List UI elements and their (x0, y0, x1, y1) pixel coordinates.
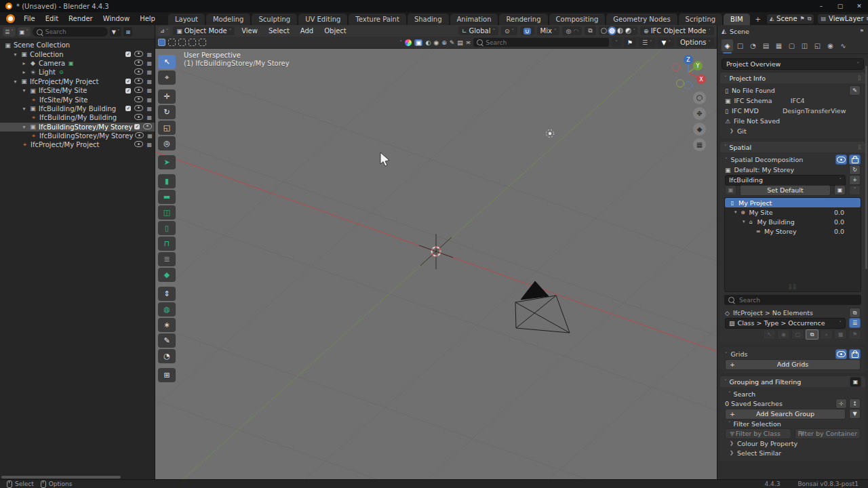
expand-icon[interactable]: ▾ (12, 52, 18, 58)
grouping-header[interactable]: ˅Grouping and Filtering ▣ (720, 376, 865, 387)
eye-button[interactable]: ◉ (777, 329, 790, 340)
door-tool[interactable]: ◫ (158, 205, 176, 220)
git-panel[interactable]: ❯Git (723, 126, 863, 136)
panel-selector-dropdown[interactable]: Project Overview˅ (722, 58, 864, 70)
grids-header[interactable]: ˅Grids (723, 349, 863, 359)
hide-eye-toggle[interactable] (134, 68, 143, 76)
outliner-row-ifcsite-collection[interactable]: ▾ ▣ IfcSite/My Site ✓▦ (0, 86, 155, 95)
collapse-icon[interactable]: ˅ (399, 40, 402, 45)
hide-button[interactable]: ▢ (791, 329, 804, 340)
spatial-row-project[interactable]: ▯ My Project (725, 198, 861, 207)
snap-toggle[interactable]: ∪ (520, 26, 534, 35)
solid-shading-icon[interactable] (609, 28, 615, 34)
stair-tool[interactable]: ≣ (158, 252, 176, 266)
copy-scene-icon[interactable]: ⧉ (808, 16, 812, 22)
refresh-button[interactable]: ↻ (849, 165, 861, 175)
zoom-button[interactable] (693, 92, 706, 104)
render-visibility-toggle[interactable]: ▦ (146, 97, 152, 103)
scale-tool[interactable]: ◱ (158, 121, 176, 135)
bookmark-button[interactable]: ⚑ (624, 38, 636, 47)
outliner-row-ifcproject-collection[interactable]: ▾ ▣ IfcProject/My Project ✓▦ (0, 77, 155, 86)
filter-by-container-button[interactable]: ▼Filter by Container (795, 428, 861, 439)
menu-render[interactable]: Render (64, 14, 98, 24)
project-info-header[interactable]: ˅Project Info⣿ (720, 73, 865, 83)
rendered-shading-icon[interactable] (625, 28, 631, 34)
tab-modeling[interactable]: Modeling (206, 14, 252, 25)
world-filter-icon[interactable]: ⊕ (441, 39, 447, 46)
light-tool[interactable]: ◍ (158, 302, 176, 317)
menu-help[interactable]: Help (135, 14, 160, 24)
measure-filter-icon[interactable]: ≍ (466, 39, 471, 46)
maximize-button[interactable]: ▢ (831, 0, 849, 12)
tab-world[interactable]: ▢ (786, 39, 797, 52)
spatial-row-storey[interactable]: ≡ My Storey 0.0 (725, 226, 861, 236)
rotate-tool[interactable]: ↻ (158, 105, 176, 119)
visibility-eye-button[interactable] (835, 349, 847, 359)
dimension-tool[interactable]: ⇕ (158, 287, 176, 301)
ortho-toggle-button[interactable]: ▦ (693, 138, 706, 151)
select-similar-panel[interactable]: ❯Select Similar (723, 448, 863, 458)
expand-icon[interactable]: ▾ (743, 219, 745, 224)
new-collection-button[interactable]: ⊞ (123, 27, 132, 37)
material-shading-icon[interactable] (617, 28, 623, 34)
outliner-row-ifcbuildingstorey-object[interactable]: ⌖ IfcBuildingStorey/My Storey ▦ (0, 131, 155, 140)
expand-icon[interactable]: ▾ (734, 209, 737, 215)
settings-button[interactable]: ⊹ (835, 399, 847, 409)
tab-view-layer[interactable]: ▤ (760, 39, 772, 52)
pin-icon[interactable]: ⚑ (860, 28, 864, 34)
tab-layout[interactable]: Layout (168, 14, 205, 25)
add-search-group-button[interactable]: +Add Search Group (725, 409, 846, 420)
menu-window[interactable]: Window (98, 14, 134, 24)
viewport-canvas[interactable]: User Perspective (1) IfcBuildingStorey/M… (155, 48, 717, 480)
pivot-point-dropdown[interactable]: ⊙˅ (501, 26, 517, 35)
outliner-row-ifcbuildingstorey-collection[interactable]: ▾ ▣ IfcBuildingStorey/My Storey ✓▦ (0, 123, 155, 131)
refresh-elements-button[interactable]: ⧉ (806, 329, 818, 340)
structural-tool[interactable]: ∗ (158, 318, 176, 332)
hide-eye-toggle[interactable] (134, 78, 143, 85)
outliner-search[interactable] (33, 27, 108, 37)
hide-eye-toggle[interactable] (134, 96, 143, 104)
filter-funnel-button[interactable]: ▼ (849, 409, 861, 419)
expand-icon[interactable]: ▾ (21, 106, 27, 112)
tab-output[interactable]: ◔ (747, 39, 759, 52)
tab-modifiers[interactable]: ◱ (812, 39, 823, 52)
outliner-row-scene-collection[interactable]: ▣ Scene Collection (0, 41, 155, 49)
filter-selection-header[interactable]: ˅Filter Selection (723, 419, 863, 428)
tab-data[interactable]: ∿ (837, 39, 849, 52)
close-button[interactable]: ✕ (850, 0, 868, 12)
tab-compositing[interactable]: Compositing (549, 14, 606, 25)
render-visibility-toggle[interactable]: ▦ (146, 115, 152, 121)
ifc-mode-dropdown[interactable]: ⊕IFC Object Mode˅ (640, 26, 714, 35)
filter-by-class-button[interactable]: ▼Filter by Class (725, 428, 791, 439)
slab-tool[interactable]: ▬ (158, 190, 176, 204)
outliner-row-camera[interactable]: ▸ ◆ Camera ▣ ▦ (0, 59, 155, 68)
furniture-tool[interactable]: ⊓ (158, 237, 176, 251)
tab-bim[interactable]: BIM (724, 14, 750, 25)
wireframe-shading-icon[interactable] (601, 28, 607, 34)
tab-shading[interactable]: Shading (408, 14, 450, 25)
hierarchy-mode-dropdown[interactable]: ▨ Class > Type > Occurrence˅ (725, 318, 846, 329)
brush-filter-icon[interactable]: ✎ (450, 39, 455, 46)
lock-button[interactable] (849, 349, 861, 359)
render-visibility-toggle[interactable]: ▦ (146, 60, 152, 66)
flag-button[interactable]: ⚑ (848, 329, 861, 340)
image-filter-icon[interactable]: ▤ (457, 39, 463, 46)
scene-selector[interactable]: ◭ Scene ⚑ ⧉ (766, 14, 815, 24)
tab-animation[interactable]: Animation (450, 14, 499, 25)
extra-button[interactable]: ˅ (849, 185, 861, 195)
mesh-filter-icon[interactable]: ▣ (414, 39, 423, 46)
minimize-button[interactable]: – (812, 0, 830, 12)
exclude-checkbox[interactable]: ✓ (125, 106, 131, 111)
tab-render[interactable]: □ (734, 39, 746, 52)
menu-select[interactable]: Select (264, 26, 294, 35)
tab-scene[interactable]: ▦ (773, 39, 785, 52)
viewport-search[interactable] (473, 38, 609, 47)
tab-scripting[interactable]: Scripting (679, 14, 723, 25)
menu-object[interactable]: Object (320, 26, 351, 35)
tab-geometry-nodes[interactable]: Geometry Nodes (606, 14, 677, 25)
hierarchy-view-button[interactable]: ☰ (849, 318, 861, 328)
axis-neg-z[interactable] (685, 82, 692, 89)
outliner-row-light[interactable]: ▸ ☀ Light ⊙ ▦ (0, 68, 155, 77)
list-resize-handle[interactable]: ⣿⣿ (789, 284, 797, 289)
hide-eye-toggle[interactable] (134, 141, 143, 148)
